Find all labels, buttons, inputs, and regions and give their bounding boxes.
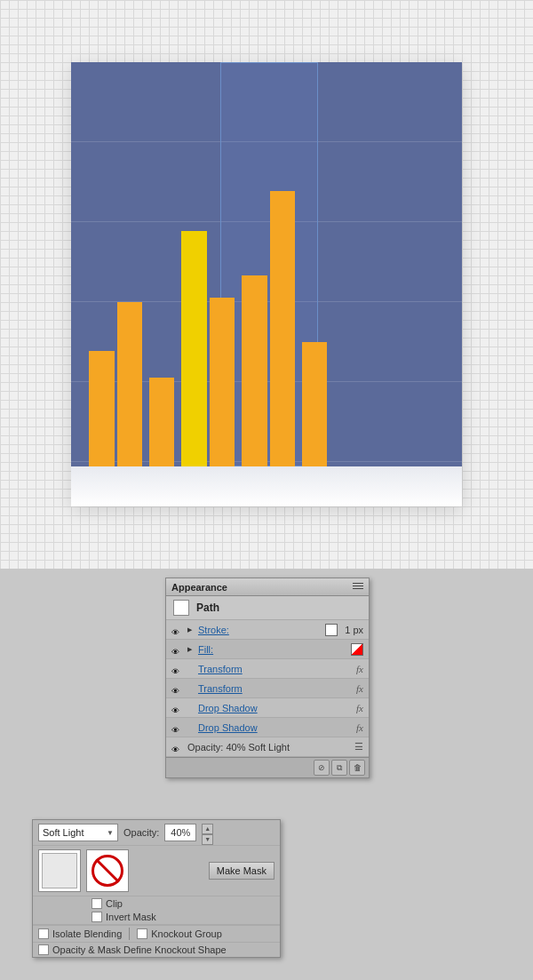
visibility-eye-icon[interactable] bbox=[171, 684, 184, 693]
opacity-mask-row: Opacity & Mask Define Knockout Shape bbox=[33, 942, 280, 957]
stroke-color-swatch[interactable] bbox=[325, 624, 338, 636]
opacity-row: Opacity: 40% Soft Light ☰ bbox=[166, 737, 369, 757]
transform-label-2[interactable]: Transform bbox=[198, 683, 353, 694]
opacity-label: Opacity: bbox=[123, 827, 159, 838]
fx-badge-4: fx bbox=[356, 722, 363, 733]
expand-arrow-icon[interactable]: ▶ bbox=[187, 626, 195, 633]
layer-options-icon[interactable]: ☰ bbox=[354, 741, 363, 753]
fx-badge-3: fx bbox=[356, 703, 363, 713]
visibility-eye-icon[interactable] bbox=[171, 645, 184, 654]
stroke-size: 1 px bbox=[345, 625, 363, 635]
fill-label[interactable]: Fill: bbox=[198, 644, 347, 655]
isolate-blending-label: Isolate Blending bbox=[52, 928, 122, 939]
chart-background bbox=[71, 62, 462, 466]
chart-card bbox=[71, 62, 462, 506]
transform-row-2: ▶ Transform fx bbox=[166, 679, 369, 698]
panel-menu-icon[interactable] bbox=[353, 583, 363, 592]
stroke-row: ▶ Stroke: 1 px bbox=[166, 620, 369, 640]
visibility-eye-icon[interactable] bbox=[171, 625, 184, 634]
dropdown-arrow-icon: ▼ bbox=[107, 829, 114, 837]
drop-shadow-row-1: ▶ Drop Shadow fx bbox=[166, 698, 369, 718]
drop-shadow-row-2: ▶ Drop Shadow fx bbox=[166, 718, 369, 737]
knockout-group-checkbox[interactable] bbox=[137, 928, 147, 939]
bars-container bbox=[89, 62, 444, 466]
bar-group-1 bbox=[89, 302, 142, 466]
blend-top-row: Soft Light ▼ Opacity: ▲ ▼ bbox=[33, 820, 280, 846]
clip-invert-area: Clip Invert Mask bbox=[33, 896, 280, 925]
bar-group-2 bbox=[149, 378, 174, 466]
visibility-eye-icon[interactable] bbox=[171, 743, 184, 752]
duplicate-icon[interactable]: ⧉ bbox=[331, 760, 347, 776]
panels-area: Appearance Path ▶ Stroke: 1 px ▶ Fill: bbox=[0, 569, 533, 980]
appearance-toolbar: ⊘ ⧉ 🗑 bbox=[166, 757, 369, 777]
blend-mode-panel: Soft Light ▼ Opacity: ▲ ▼ Make Mask bbox=[32, 819, 281, 958]
invert-mask-checkbox-row: Invert Mask bbox=[91, 912, 156, 922]
blend-mode-select[interactable]: Soft Light ▼ bbox=[38, 824, 118, 841]
opacity-mask-label: Opacity & Mask Define Knockout Shape bbox=[52, 944, 227, 955]
make-mask-button[interactable]: Make Mask bbox=[209, 862, 274, 880]
clip-label: Clip bbox=[106, 898, 123, 909]
clip-checkbox-row: Clip bbox=[91, 898, 156, 909]
separator bbox=[129, 928, 130, 940]
isolate-blending-checkbox[interactable] bbox=[38, 928, 49, 939]
bar bbox=[181, 231, 207, 466]
panel-controls bbox=[353, 583, 363, 592]
bar bbox=[89, 351, 115, 466]
delete-icon[interactable]: 🗑 bbox=[349, 760, 365, 776]
isolate-knockout-row: Isolate Blending Knockout Group bbox=[33, 925, 280, 942]
drop-shadow-label-1[interactable]: Drop Shadow bbox=[198, 703, 353, 713]
opacity-stepper[interactable]: ▲ ▼ bbox=[202, 824, 213, 841]
clip-checkbox[interactable] bbox=[91, 898, 102, 909]
opacity-up-icon[interactable]: ▲ bbox=[202, 824, 213, 834]
fx-badge-1: fx bbox=[356, 664, 363, 674]
knockout-group-label: Knockout Group bbox=[151, 928, 222, 939]
bar bbox=[117, 302, 143, 466]
bar bbox=[210, 298, 235, 466]
no-mask-icon bbox=[91, 855, 123, 887]
mask-thumbnail[interactable] bbox=[86, 849, 129, 892]
clip-invert-col: Clip Invert Mask bbox=[91, 898, 156, 922]
bar-group-4 bbox=[242, 191, 295, 466]
visibility-eye-icon[interactable] bbox=[171, 723, 184, 732]
transform-label-1[interactable]: Transform bbox=[198, 664, 353, 674]
path-header-row: Path bbox=[166, 596, 369, 620]
bar-group-5 bbox=[302, 342, 327, 466]
blend-mode-label: Soft Light bbox=[43, 827, 103, 838]
appearance-panel-title: Appearance bbox=[171, 582, 227, 593]
opacity-text: Opacity: 40% Soft Light bbox=[187, 742, 351, 753]
canvas-area bbox=[0, 0, 533, 569]
chart-bottom bbox=[71, 466, 462, 506]
appearance-panel: Appearance Path ▶ Stroke: 1 px ▶ Fill: bbox=[165, 578, 370, 778]
invert-mask-checkbox[interactable] bbox=[91, 912, 102, 922]
bar bbox=[242, 275, 267, 466]
path-label: Path bbox=[196, 602, 219, 614]
opacity-mask-checkbox[interactable] bbox=[38, 944, 49, 955]
appearance-panel-titlebar[interactable]: Appearance bbox=[166, 578, 369, 596]
layer-thumbnail[interactable] bbox=[38, 849, 81, 892]
bar bbox=[149, 378, 174, 466]
transform-row-1: ▶ Transform fx bbox=[166, 659, 369, 679]
visibility-eye-icon[interactable] bbox=[171, 704, 184, 713]
opacity-input[interactable] bbox=[164, 824, 196, 841]
stroke-label[interactable]: Stroke: bbox=[198, 625, 322, 635]
fill-row: ▶ Fill: bbox=[166, 640, 369, 659]
bar bbox=[302, 342, 327, 466]
fill-color-swatch[interactable] bbox=[351, 643, 363, 656]
bar-group-3 bbox=[181, 231, 235, 466]
opacity-down-icon[interactable]: ▼ bbox=[202, 834, 213, 845]
expand-arrow-icon[interactable]: ▶ bbox=[187, 646, 195, 653]
invert-mask-label: Invert Mask bbox=[106, 912, 156, 922]
visibility-eye-icon[interactable] bbox=[171, 665, 184, 673]
mask-area: Make Mask bbox=[33, 846, 280, 896]
no-appearance-icon[interactable]: ⊘ bbox=[314, 760, 330, 776]
bar bbox=[270, 191, 296, 466]
fx-badge-2: fx bbox=[356, 683, 363, 694]
drop-shadow-label-2[interactable]: Drop Shadow bbox=[198, 722, 353, 733]
path-thumbnail bbox=[173, 600, 189, 616]
